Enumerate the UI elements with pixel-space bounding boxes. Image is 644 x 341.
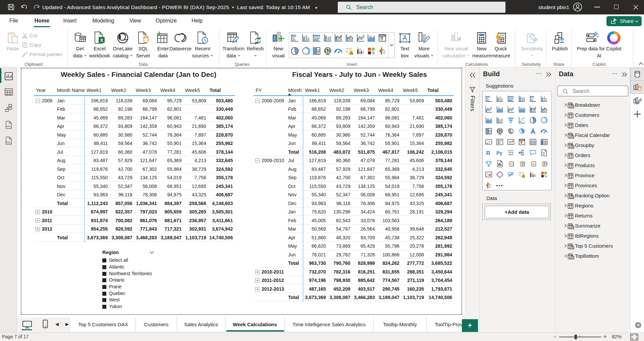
svg-text:123: 123 — [486, 141, 490, 143]
svg-text:TMDL: TMDL — [5, 141, 11, 144]
svg-text:DAX: DAX — [6, 125, 11, 128]
svg-text:Py: Py — [496, 150, 502, 156]
svg-text:R: R — [486, 150, 490, 156]
